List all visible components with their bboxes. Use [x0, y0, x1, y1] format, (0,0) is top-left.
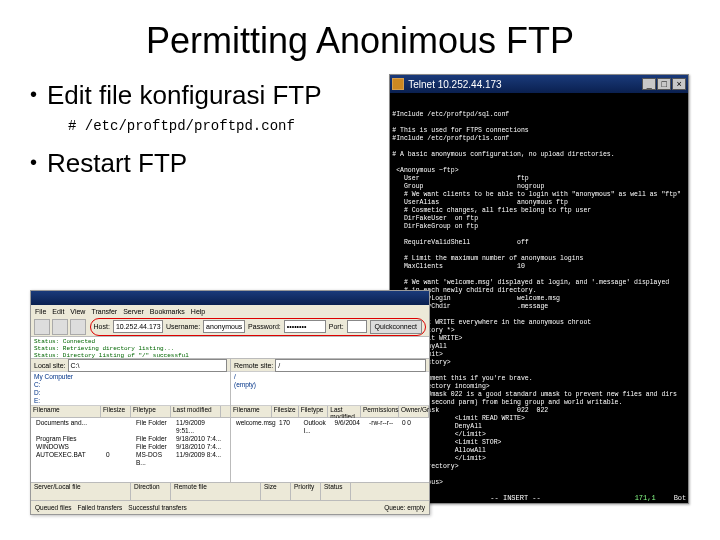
- remote-pane: Remote site: / / (empty) FilenameFilesiz…: [231, 359, 429, 482]
- minimize-button[interactable]: _: [642, 78, 656, 90]
- toolbar-button[interactable]: [52, 319, 68, 335]
- local-pane: Local site: C:\ My Computer C: D: E: Fil…: [31, 359, 231, 482]
- ftp-log: Status: ConnectedStatus: Retrieving dire…: [31, 337, 429, 359]
- terminal-line: # # (second parm) from being group and w…: [392, 399, 686, 407]
- host-input[interactable]: 10.252.44.173: [113, 320, 163, 333]
- terminal-line: #Include /etc/proftpd/sql.conf: [392, 111, 686, 119]
- local-addr: Local site: C:\: [31, 359, 230, 372]
- bullet-restart-text: Restart FTP: [47, 148, 187, 178]
- remote-path-input[interactable]: /: [275, 359, 426, 372]
- terminal-line: DirFakeUser on ftp: [392, 215, 686, 223]
- column-header[interactable]: Server/Local file: [31, 483, 131, 500]
- bullet-edit: • Edit file konfigurasi FTP: [30, 80, 379, 110]
- password-input[interactable]: ••••••••: [284, 320, 326, 333]
- column-header[interactable]: Priority: [291, 483, 321, 500]
- column-header[interactable]: Filename: [31, 406, 101, 417]
- username-input[interactable]: anonymous: [203, 320, 245, 333]
- local-tree[interactable]: My Computer C: D: E:: [31, 372, 230, 406]
- right-column: Telnet 10.252.44.173 _ □ × #Include /etc…: [389, 70, 690, 504]
- column-header[interactable]: Last modified: [171, 406, 221, 417]
- local-path-input[interactable]: C:\: [68, 359, 227, 372]
- remote-site-label: Remote site:: [234, 362, 273, 369]
- tree-node[interactable]: C:: [34, 381, 227, 389]
- terminal-line: # AllowAll: [392, 447, 686, 455]
- terminal-line: <Directory *>: [392, 327, 686, 335]
- terminal-titlebar[interactable]: Telnet 10.252.44.173 _ □ ×: [390, 75, 688, 93]
- queued-tab[interactable]: Queued files: [35, 504, 72, 511]
- list-item[interactable]: AUTOEXEC.BAT0MS-DOS B...11/9/2009 8:4...: [34, 451, 227, 467]
- terminal-line: DirFakeGroup on ftp: [392, 223, 686, 231]
- terminal-line: # We want clients to be able to login wi…: [392, 191, 686, 199]
- terminal-line: # DenyAll: [392, 423, 686, 431]
- terminal-line: [392, 367, 686, 375]
- terminal-line: RequireValidShell off: [392, 239, 686, 247]
- ftp-statusbar: Queued files Failed transfers Successful…: [31, 500, 429, 514]
- local-list[interactable]: Documents and...File Folder11/9/2009 9:5…: [31, 418, 230, 482]
- ftp-panes: Local site: C:\ My Computer C: D: E: Fil…: [31, 359, 429, 482]
- menu-item[interactable]: File: [35, 308, 46, 315]
- toolbar-button[interactable]: [34, 319, 50, 335]
- bullet-dot: •: [30, 148, 37, 176]
- menu-item[interactable]: Bookmarks: [150, 308, 185, 315]
- menu-item[interactable]: Transfer: [91, 308, 117, 315]
- tree-node[interactable]: D:: [34, 389, 227, 397]
- menu-item[interactable]: Edit: [52, 308, 64, 315]
- terminal-line: [392, 119, 686, 127]
- list-item[interactable]: Program FilesFile Folder9/18/2010 7:4...: [34, 435, 227, 443]
- terminal-line: </Limit>: [392, 351, 686, 359]
- terminal-line: [392, 231, 686, 239]
- terminal-line: </Directory>: [392, 359, 686, 367]
- column-header[interactable]: Permissions: [361, 406, 399, 417]
- menu-item[interactable]: View: [70, 308, 85, 315]
- terminal-line: [392, 311, 686, 319]
- tree-node[interactable]: /: [234, 373, 426, 381]
- status-pos: 171,1: [635, 494, 656, 502]
- column-header[interactable]: Filesize: [101, 406, 131, 417]
- list-item[interactable]: Documents and...File Folder11/9/2009 9:5…: [34, 419, 227, 435]
- menu-item[interactable]: Help: [191, 308, 205, 315]
- list-item[interactable]: welcome.msg170Outlook I...9/6/2004-rw-r-…: [234, 419, 426, 435]
- status-mode: -- INSERT --: [396, 494, 634, 502]
- tree-node[interactable]: (empty): [234, 381, 426, 389]
- terminal-line: DenyAll: [392, 343, 686, 351]
- terminal-line: #Include /etc/proftpd/tls.conf: [392, 135, 686, 143]
- remote-list-header: FilenameFilesizeFiletypeLast modifiedPer…: [231, 406, 429, 418]
- column-header[interactable]: Direction: [131, 483, 171, 500]
- column-header[interactable]: Remote file: [171, 483, 261, 500]
- terminal-body[interactable]: #Include /etc/proftpd/sql.conf # This is…: [390, 93, 688, 503]
- password-label: Password:: [248, 323, 281, 330]
- column-header[interactable]: Size: [261, 483, 291, 500]
- tree-node[interactable]: E:: [34, 397, 227, 405]
- remote-list[interactable]: welcome.msg170Outlook I...9/6/2004-rw-r-…: [231, 418, 429, 482]
- close-button[interactable]: ×: [672, 78, 686, 90]
- column-header[interactable]: Filetype: [299, 406, 329, 417]
- column-header[interactable]: Last modified: [328, 406, 361, 417]
- ftp-menubar[interactable]: FileEditViewTransferServerBookmarksHelp: [31, 305, 429, 317]
- terminal-line: </Anonymous>: [392, 479, 686, 487]
- menu-item[interactable]: Server: [123, 308, 144, 315]
- column-header[interactable]: Filesize: [272, 406, 299, 417]
- status-pct: Bot: [674, 494, 687, 502]
- column-header[interactable]: Status: [321, 483, 351, 500]
- column-header[interactable]: Filetype: [131, 406, 171, 417]
- terminal-line: # in each newly chdired directory.: [392, 287, 686, 295]
- remote-tree[interactable]: / (empty): [231, 372, 429, 406]
- quickconnect-button[interactable]: Quickconnect: [370, 320, 422, 334]
- log-line: Status: Connected: [34, 338, 426, 345]
- maximize-button[interactable]: □: [657, 78, 671, 90]
- list-item[interactable]: WINDOWSFile Folder9/18/2010 7:4...: [34, 443, 227, 451]
- port-input[interactable]: [347, 320, 367, 333]
- ftp-titlebar[interactable]: [31, 291, 429, 305]
- column-header[interactable]: Filename: [231, 406, 272, 417]
- terminal-line: # Limit the maximum number of anonymous …: [392, 255, 686, 263]
- terminal-line: # # Umask 022 is a good standard umask t…: [392, 391, 686, 399]
- failed-tab[interactable]: Failed transfers: [78, 504, 123, 511]
- terminal-line: [392, 247, 686, 255]
- success-tab[interactable]: Successful transfers: [128, 504, 187, 511]
- toolbar-button[interactable]: [70, 319, 86, 335]
- column-header[interactable]: Owner/Gr...: [399, 406, 429, 417]
- terminal-line: # Limit WRITE everywhere in the anonymou…: [392, 319, 686, 327]
- local-list-header: FilenameFilesizeFiletypeLast modified: [31, 406, 230, 418]
- local-site-label: Local site:: [34, 362, 66, 369]
- tree-node[interactable]: My Computer: [34, 373, 227, 381]
